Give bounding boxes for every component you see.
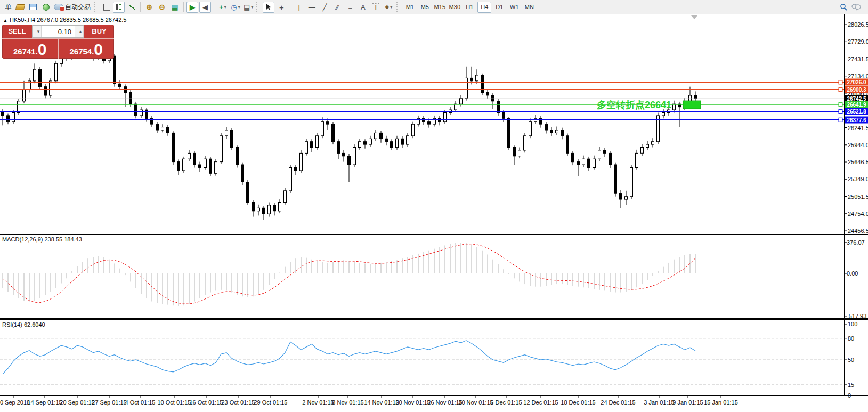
buy-price[interactable]: 26754.0 — [58, 39, 115, 59]
toolbar: 单 自动交易 ⊕ ⊖ ▦ ▶ ◀ +▾ ◷▾ ▤▾ + | — ╱ ∕∕ ≡ A — [0, 0, 868, 14]
toolbar-separator — [214, 2, 214, 12]
annotation-text: 多空转折点26641 — [597, 99, 671, 111]
periods-button[interactable]: ◷▾ — [230, 2, 241, 13]
timeframe-MN[interactable]: MN — [522, 2, 536, 13]
text-label-icon: T — [372, 3, 379, 11]
chevron-down-icon: ▾ — [251, 5, 253, 10]
chart-canvas[interactable] — [0, 14, 868, 412]
chart-shift-button[interactable]: ◀ — [199, 2, 211, 13]
chevron-down-icon: ▾ — [224, 5, 226, 10]
macd-label: MACD(12,26,9) 238.55 184.43 — [2, 236, 82, 243]
chat-icon — [851, 3, 861, 11]
templates-icon: ▤ — [244, 4, 250, 11]
timeframe-H1[interactable]: H1 — [463, 2, 476, 13]
autotrading-button[interactable]: 自动交易 — [53, 2, 92, 13]
templates-button[interactable]: ▤▾ — [242, 2, 254, 13]
crosshair-button[interactable]: + — [275, 2, 287, 13]
chevron-down-icon: ▾ — [390, 5, 392, 10]
candlestick-chart-button[interactable] — [113, 2, 125, 13]
chart-area[interactable] — [0, 14, 868, 412]
timeframe-M1[interactable]: M1 — [403, 2, 417, 13]
auto-scroll-button[interactable]: ▶ — [186, 2, 198, 13]
arrows-icon: ◆ — [385, 4, 389, 10]
chart-shift-icon: ◀ — [202, 4, 208, 11]
chevron-down-icon: ▾ — [238, 5, 240, 10]
volume-decrease-button[interactable]: ▼ — [33, 26, 42, 37]
tile-windows-button[interactable]: ▦ — [169, 2, 181, 13]
sell-button[interactable]: SELL — [2, 25, 32, 38]
indicators-icon: + — [219, 4, 223, 11]
auto-scroll-icon: ▶ — [190, 4, 195, 11]
crosshair-icon: + — [279, 3, 284, 11]
volume-input[interactable] — [42, 26, 75, 37]
tile-windows-icon: ▦ — [171, 3, 178, 11]
scroll-to-end-icon[interactable] — [691, 15, 697, 19]
toolbar-grip — [396, 2, 400, 12]
zoom-in-button[interactable]: ⊕ — [143, 2, 155, 13]
cursor-button[interactable] — [263, 2, 274, 13]
vertical-line-button[interactable]: | — [293, 2, 305, 13]
zoom-out-button[interactable]: ⊖ — [156, 2, 168, 13]
volume-control: ▼ ▲ — [32, 25, 84, 38]
one-click-trading-panel: SELL ▼ ▲ BUY 26741.0 26754.0 — [2, 25, 114, 59]
timeframe-M5[interactable]: M5 — [418, 2, 432, 13]
channel-button[interactable]: ∕∕ — [331, 2, 343, 13]
bar-chart-button[interactable] — [100, 2, 112, 13]
timeframe-M15[interactable]: M15 — [433, 2, 447, 13]
buy-button[interactable]: BUY — [84, 25, 114, 38]
chart-window-button[interactable] — [27, 2, 39, 13]
text-icon: A — [361, 4, 366, 11]
candlestick-icon — [116, 4, 121, 10]
toolbar-grip — [94, 2, 97, 12]
timeframe-bar: M1M5M15M30H1H4D1W1MN — [402, 2, 537, 13]
horizontal-line-button[interactable]: — — [306, 2, 318, 13]
trendline-button[interactable]: ╱ — [319, 2, 330, 13]
toolbar-separator — [290, 2, 290, 12]
chart-title: ▲HK50-,H4 26767.0 26835.5 26685.5 26742.… — [3, 17, 127, 23]
search-icon — [840, 3, 848, 11]
rsi-label: RSI(14) 62.6040 — [2, 321, 45, 328]
indicators-button[interactable]: +▾ — [217, 2, 229, 13]
search-button[interactable] — [838, 2, 849, 13]
timeframe-D1[interactable]: D1 — [492, 2, 506, 13]
sell-price[interactable]: 26741.0 — [2, 39, 58, 59]
timeframe-W1[interactable]: W1 — [507, 2, 521, 13]
timeframe-H4[interactable]: H4 — [477, 2, 491, 13]
horizontal-line-icon: — — [309, 4, 315, 11]
chart-window-icon — [29, 4, 37, 10]
timeframe-M30[interactable]: M30 — [448, 2, 461, 13]
zoom-out-icon: ⊖ — [159, 3, 165, 11]
toolbar-separator — [183, 2, 184, 12]
line-chart-icon — [128, 5, 135, 10]
gold-icon — [15, 4, 26, 10]
volume-increase-button[interactable]: ▲ — [75, 26, 84, 37]
line-chart-button[interactable] — [126, 2, 137, 13]
bar-chart-icon — [103, 4, 110, 11]
cursor-icon — [265, 3, 272, 11]
toolbar-separator — [140, 2, 141, 12]
market-watch-button[interactable] — [14, 2, 26, 13]
channel-icon: ∕∕ — [336, 4, 338, 11]
chat-button[interactable] — [850, 2, 862, 13]
fibonacci-button[interactable]: ≡ — [344, 2, 356, 13]
new-order-button[interactable]: 单 — [2, 2, 13, 13]
autotrading-icon — [54, 4, 63, 10]
clock-icon: ◷ — [231, 4, 237, 11]
text-tool-button[interactable]: A — [357, 2, 369, 13]
collapse-icon[interactable]: ▲ — [3, 18, 7, 23]
toolbar-grip — [256, 2, 259, 12]
signals-button[interactable] — [40, 2, 52, 13]
signals-icon — [43, 4, 50, 11]
arrows-button[interactable]: ◆▾ — [383, 2, 394, 13]
zoom-in-icon: ⊕ — [146, 3, 152, 11]
trendline-icon: ╱ — [322, 4, 327, 11]
vertical-line-icon: | — [298, 4, 300, 11]
mt4-window: 单 自动交易 ⊕ ⊖ ▦ ▶ ◀ +▾ ◷▾ ▤▾ + | — ╱ ∕∕ ≡ A — [0, 0, 868, 412]
text-label-button[interactable]: T — [370, 2, 382, 13]
fibonacci-icon: ≡ — [348, 4, 353, 11]
